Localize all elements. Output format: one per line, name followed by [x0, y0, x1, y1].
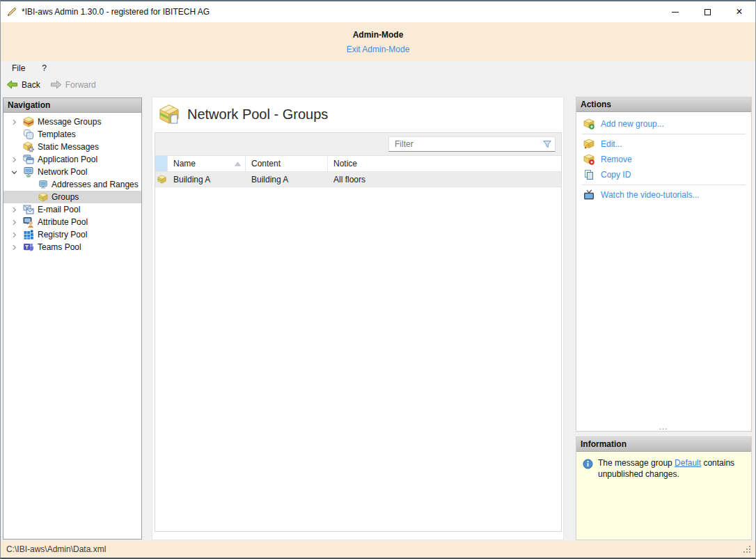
- network-group-icon: [159, 104, 180, 125]
- chevron-down-icon[interactable]: [9, 167, 19, 177]
- chevron-right-icon[interactable]: [9, 217, 19, 227]
- resize-grip[interactable]: [743, 546, 752, 554]
- information-panel-header: Information: [576, 437, 751, 452]
- nav-item-application-pool[interactable]: Application Pool: [3, 153, 141, 166]
- groups-icon: [38, 192, 48, 202]
- table-row[interactable]: Building A Building A All floors: [155, 172, 561, 187]
- chevron-right-icon[interactable]: [9, 205, 19, 214]
- info-icon: [583, 459, 593, 469]
- window-title: *IBI-aws Admin 1.30.0 - registered for I…: [22, 7, 210, 17]
- maximize-button[interactable]: [691, 1, 723, 22]
- menu-file[interactable]: File: [12, 63, 25, 73]
- data-file-path: C:\IBI-aws\Admin\Data.xml: [6, 541, 106, 558]
- nav-item-attribute-pool[interactable]: Attribute Pool: [3, 216, 141, 228]
- watch-video-tutorials-action[interactable]: Watch the video-tutorials...: [576, 187, 751, 203]
- row-notice-cell: All floors: [328, 175, 561, 184]
- information-panel: Information The message group Default co…: [576, 436, 752, 540]
- content-column-header[interactable]: Content: [246, 156, 328, 171]
- info-message-prefix: The message group: [598, 458, 675, 468]
- row-content-cell: Building A: [246, 175, 328, 184]
- nav-item-groups[interactable]: Groups: [3, 191, 141, 203]
- templates-icon: [23, 129, 34, 140]
- add-new-group-action[interactable]: Add new group...: [576, 116, 751, 132]
- registry-pool-icon: [23, 229, 34, 240]
- sort-ascending-icon: [235, 162, 241, 166]
- remove-group-action[interactable]: Remove: [576, 152, 751, 167]
- edit-group-icon: [583, 139, 594, 150]
- main-content-panel: Network Pool - Groups Name: [152, 97, 564, 540]
- status-bar: C:\IBI-aws\Admin\Data.xml: [1, 541, 755, 558]
- actions-separator: [582, 184, 746, 185]
- chevron-right-icon[interactable]: [9, 230, 19, 239]
- chevron-right-icon[interactable]: [9, 155, 19, 164]
- row-name-cell: Building A: [168, 175, 246, 184]
- remove-group-icon: [583, 154, 594, 165]
- copy-id-icon: [583, 169, 594, 180]
- back-label: Back: [22, 80, 40, 90]
- message-groups-icon: [23, 116, 34, 127]
- add-group-icon: [583, 118, 594, 129]
- panel-splitter-handle[interactable]: …: [576, 423, 751, 431]
- exit-admin-mode-link[interactable]: Exit Admin-Mode: [347, 45, 410, 54]
- icon-column-header[interactable]: [155, 156, 168, 171]
- information-message: The message group Default contains unpub…: [576, 452, 751, 480]
- video-tutorials-icon: [583, 189, 594, 200]
- workspace: Navigation Message Groups: [1, 94, 755, 541]
- nav-item-addresses-and-ranges[interactable]: Addresses and Ranges: [3, 178, 141, 191]
- forward-label: Forward: [65, 80, 96, 90]
- filter-bar: [155, 133, 561, 156]
- attribute-pool-icon: [23, 216, 34, 228]
- navigation-panel-header: Navigation: [3, 98, 141, 113]
- application-pool-icon: [23, 154, 34, 165]
- name-column-header[interactable]: Name: [168, 156, 246, 171]
- window-controls: ×: [659, 1, 755, 22]
- groups-table: Name Content Notice: [155, 132, 562, 532]
- nav-item-message-groups[interactable]: Message Groups: [3, 116, 141, 128]
- admin-mode-banner: Admin-Mode Exit Admin-Mode: [1, 22, 755, 61]
- filter-funnel-icon[interactable]: [542, 139, 552, 149]
- nav-item-registry-pool[interactable]: Registry Pool: [3, 228, 141, 241]
- nav-item-teams-pool[interactable]: Teams Pool: [3, 241, 141, 253]
- copy-id-action[interactable]: Copy ID: [576, 167, 751, 182]
- app-logo-icon: [6, 6, 17, 17]
- addresses-ranges-icon: [38, 180, 48, 189]
- minimize-icon: [672, 12, 679, 13]
- back-arrow-icon: [6, 79, 18, 90]
- nav-item-templates[interactable]: Templates: [3, 128, 141, 141]
- admin-mode-title: Admin-Mode: [1, 30, 755, 40]
- nav-item-network-pool[interactable]: Network Pool: [3, 166, 141, 178]
- edit-group-action[interactable]: Edit...: [576, 136, 751, 152]
- chevron-right-icon[interactable]: [9, 117, 19, 127]
- nav-item-email-pool[interactable]: E-mail Pool: [3, 203, 141, 216]
- page-title: Network Pool - Groups: [187, 107, 328, 123]
- navigation-tree: Message Groups Templates: [3, 113, 141, 253]
- actions-separator: [582, 134, 746, 134]
- network-pool-icon: [23, 166, 34, 178]
- forward-arrow-icon: [50, 79, 62, 90]
- chevron-right-icon[interactable]: [9, 242, 19, 252]
- teams-pool-icon: [23, 242, 34, 253]
- nav-item-static-messages[interactable]: Static Messages: [3, 141, 141, 153]
- app-window: *IBI-aws Admin 1.30.0 - registered for I…: [0, 0, 756, 559]
- email-pool-icon: [23, 204, 34, 215]
- static-messages-icon: [23, 141, 34, 152]
- page-heading: Network Pool - Groups: [152, 97, 563, 125]
- minimize-button[interactable]: [659, 1, 691, 22]
- actions-panel: Actions Add new group...: [576, 97, 752, 432]
- navigation-panel: Navigation Message Groups: [3, 97, 142, 540]
- maximize-icon: [704, 9, 711, 15]
- actions-list: Add new group... Edit...: [576, 112, 751, 203]
- default-group-link[interactable]: Default: [675, 458, 701, 468]
- navigation-toolbar: Back Forward: [1, 75, 755, 94]
- group-box-icon: [157, 175, 166, 184]
- notice-column-header[interactable]: Notice: [328, 156, 561, 171]
- menu-bar: File ?: [1, 61, 755, 75]
- filter-input[interactable]: [388, 136, 556, 152]
- forward-button[interactable]: Forward: [50, 79, 96, 90]
- actions-panel-header: Actions: [576, 97, 751, 112]
- table-header-row: Name Content Notice: [155, 156, 561, 172]
- title-bar: *IBI-aws Admin 1.30.0 - registered for I…: [1, 1, 755, 22]
- menu-help[interactable]: ?: [42, 63, 47, 73]
- close-button[interactable]: ×: [723, 1, 755, 22]
- back-button[interactable]: Back: [6, 79, 40, 90]
